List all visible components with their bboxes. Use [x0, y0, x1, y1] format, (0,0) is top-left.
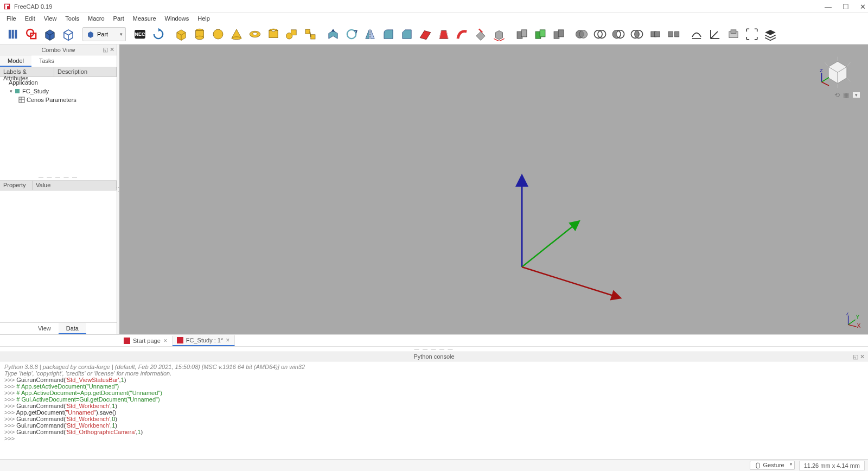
- close-tab-start[interactable]: ✕: [163, 338, 168, 343]
- tool-compound-icon[interactable]: [513, 26, 531, 43]
- tool-box-icon[interactable]: [41, 26, 59, 43]
- navcube-view-icon[interactable]: ▦: [843, 91, 849, 99]
- central-splitter[interactable]: — — — — —: [0, 346, 868, 352]
- tab-start-page[interactable]: Start page✕: [119, 336, 173, 346]
- minimize-button[interactable]: —: [825, 3, 832, 11]
- tab-model[interactable]: Model: [0, 55, 31, 67]
- status-bar: Gesture 11.26 mm x 4.14 mm: [0, 459, 868, 471]
- menu-view[interactable]: View: [40, 14, 61, 23]
- tool-intersect-icon[interactable]: [628, 26, 646, 43]
- tab-tasks[interactable]: Tasks: [31, 55, 62, 67]
- titlebar: FreeCAD 0.19 — ☐ ✕: [0, 0, 868, 13]
- document-icon: [14, 88, 21, 94]
- tool-wireframe-box-icon[interactable]: [60, 26, 77, 43]
- svg-line-58: [821, 82, 829, 86]
- tool-union-icon[interactable]: [610, 26, 627, 43]
- tool-cone-icon[interactable]: [228, 26, 245, 43]
- svg-point-16: [253, 32, 257, 35]
- svg-point-14: [232, 36, 241, 39]
- menu-edit[interactable]: Edit: [21, 14, 40, 23]
- toolbar: Part NEC: [0, 24, 868, 44]
- svg-rect-21: [291, 29, 296, 35]
- model-tree[interactable]: Application ▾FC_Study Cenos Parameters: [0, 77, 117, 175]
- tool-explode-icon[interactable]: [532, 26, 549, 43]
- navcube-menu-dropdown[interactable]: ▾: [852, 92, 860, 98]
- panel-float-button[interactable]: ◱: [103, 46, 108, 53]
- tool-refresh-icon[interactable]: [150, 26, 167, 43]
- tool-extrude-icon[interactable]: [324, 26, 342, 43]
- svg-point-42: [635, 30, 639, 37]
- 3d-viewport[interactable]: Z ⟲ ▦ ▾ Z Y X: [119, 44, 868, 334]
- tab-fc-study[interactable]: FC_Study : 1*✕: [173, 335, 235, 346]
- tool-boolean-icon[interactable]: [573, 26, 590, 43]
- navigation-cube[interactable]: Z: [817, 50, 858, 91]
- tab-view[interactable]: View: [30, 323, 59, 334]
- tool-sweep-icon[interactable]: [454, 26, 471, 43]
- console-float-button[interactable]: ◱: [853, 353, 858, 360]
- menu-windows[interactable]: Windows: [161, 14, 194, 23]
- tree-root[interactable]: Application: [2, 78, 114, 87]
- tab-data[interactable]: Data: [59, 323, 86, 334]
- console-close-button[interactable]: ✕: [860, 353, 865, 360]
- tool-tube-icon[interactable]: [265, 26, 282, 43]
- svg-text:X: X: [857, 323, 860, 328]
- svg-rect-31: [540, 29, 545, 36]
- tool-primitives-icon[interactable]: [283, 26, 301, 43]
- svg-rect-44: [654, 31, 660, 37]
- tool-sketch-icon[interactable]: [23, 26, 40, 43]
- tree-header-description[interactable]: Description: [54, 67, 117, 77]
- tool-nec-icon[interactable]: NEC: [131, 26, 149, 43]
- tool-ruled-icon[interactable]: [417, 26, 434, 43]
- prop-header-value[interactable]: Value: [33, 181, 117, 190]
- tree-item-cenos-parameters[interactable]: Cenos Parameters: [2, 96, 114, 104]
- menu-measure[interactable]: Measure: [129, 14, 161, 23]
- tool-loft-icon[interactable]: [435, 26, 452, 43]
- tool-torus-icon[interactable]: [246, 26, 264, 43]
- tool-measure-linear-icon[interactable]: [688, 26, 705, 43]
- coordinate-axes: [489, 164, 630, 305]
- prop-header-property[interactable]: Property: [0, 181, 33, 190]
- combo-splitter[interactable]: — — — — —: [0, 175, 117, 180]
- menu-help[interactable]: Help: [193, 14, 214, 23]
- tool-offset3d-icon[interactable]: [490, 26, 508, 43]
- tool-cut-icon[interactable]: [591, 26, 609, 43]
- tool-chamfer-icon[interactable]: [398, 26, 416, 43]
- tool-inspect[interactable]: [4, 26, 22, 43]
- tool-measure-refresh-icon[interactable]: [725, 26, 742, 43]
- tool-split-icon[interactable]: [665, 26, 682, 43]
- mini-axis-indicator: Z Y X: [845, 313, 860, 328]
- workbench-selector[interactable]: Part: [82, 27, 126, 41]
- navigation-style-selector[interactable]: Gesture: [750, 461, 795, 470]
- tool-sphere-icon[interactable]: [209, 26, 227, 43]
- menu-file[interactable]: File: [2, 14, 21, 23]
- tool-revolve-icon[interactable]: [343, 26, 360, 43]
- tool-shapebuilder-icon[interactable]: [302, 26, 319, 43]
- mouse-icon: [755, 462, 761, 469]
- navcube-mode-icon[interactable]: ⟲: [834, 91, 840, 99]
- close-tab-study[interactable]: ✕: [226, 338, 230, 343]
- tool-mirror-icon[interactable]: [361, 26, 379, 43]
- tool-cylinder-icon[interactable]: [191, 26, 208, 43]
- tool-join-icon[interactable]: [647, 26, 664, 43]
- python-console[interactable]: Python 3.8.8 | packaged by conda-forge |…: [0, 361, 868, 459]
- maximize-button[interactable]: ☐: [843, 3, 849, 11]
- tool-section-icon[interactable]: [472, 26, 489, 43]
- app-logo-icon: [3, 3, 11, 10]
- tree-header-labels[interactable]: Labels & Attributes: [0, 67, 54, 77]
- tree-document[interactable]: ▾FC_Study: [2, 87, 114, 96]
- tool-fit-all-icon[interactable]: [743, 26, 761, 43]
- spreadsheet-icon: [18, 97, 25, 103]
- close-button[interactable]: ✕: [860, 3, 866, 11]
- panel-close-button[interactable]: ✕: [110, 46, 114, 53]
- tool-layers-icon[interactable]: [762, 26, 779, 43]
- menu-tools[interactable]: Tools: [61, 14, 84, 23]
- tool-measure-angular-icon[interactable]: [706, 26, 724, 43]
- menu-part[interactable]: Part: [109, 14, 129, 23]
- menu-macro[interactable]: Macro: [84, 14, 109, 23]
- svg-rect-50: [19, 97, 24, 103]
- property-panel: Property Value: [0, 180, 117, 322]
- tool-filter-icon[interactable]: [550, 26, 567, 43]
- tool-fillet-icon[interactable]: [380, 26, 397, 43]
- svg-rect-22: [305, 29, 310, 34]
- tool-cube-icon[interactable]: [173, 26, 190, 43]
